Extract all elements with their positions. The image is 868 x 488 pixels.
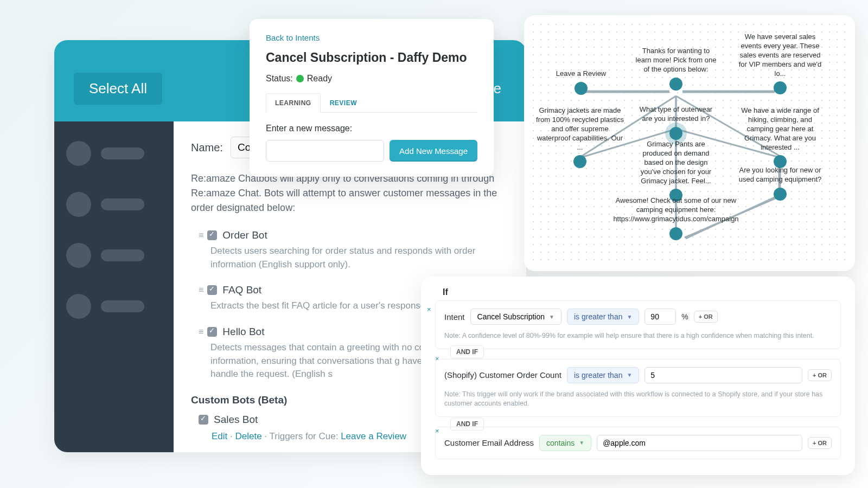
node-dot-icon [774,81,787,94]
checkbox[interactable] [207,327,217,337]
node-dot-icon [573,155,586,168]
node-label: Thanks for wanting to learn more! Pick f… [635,47,717,74]
status-indicator-icon [296,75,304,82]
node-label: We have a wide range of hiking, climbing… [737,106,824,152]
sidebar-item[interactable] [66,192,162,217]
operator-select[interactable]: contains▼ [539,435,591,451]
flow-node-jackets[interactable]: Grimacy jackets are made from 100% recyc… [534,106,626,168]
checkbox[interactable] [207,285,217,295]
separator: · [264,431,269,441]
flow-node-awesome[interactable]: Awesome! Check out some of our new campi… [605,196,746,240]
checkbox[interactable] [207,230,217,240]
and-if-divider: AND IF [450,345,484,358]
operator-select[interactable]: is greater than▼ [567,367,639,383]
drag-handle-icon[interactable]: ≡ [199,230,202,240]
new-message-input[interactable] [266,140,384,162]
intro-text: Re:amaze Chatbots will apply only to con… [191,171,509,215]
condition-block-3: Customer Email Address contains▼ + OR [435,427,841,459]
sidebar [54,121,174,452]
flow-node-camping[interactable]: Are you looking for new or used camping … [737,166,824,201]
value-input[interactable] [644,309,676,325]
value-input[interactable] [644,367,802,383]
caret-down-icon: ▼ [627,314,632,320]
new-message-label: Enter a new message: [266,124,477,133]
delete-link[interactable]: Delete [235,431,261,441]
value-input[interactable] [597,435,802,451]
bot-title: FAQ Bot [222,284,261,296]
flow-node-pants[interactable]: Grimacy Pants are produced on demand bas… [635,140,717,202]
checkbox[interactable] [199,415,208,425]
flow-node-leave-review[interactable]: Leave a Review [546,69,616,95]
bot-item-order: ≡ Order Bot Detects users searching for … [191,229,509,271]
node-label: We have several sales events every year.… [737,33,824,78]
status-label: Status: [266,74,293,84]
node-label: Grimacy Pants are produced on demand bas… [635,140,717,185]
select-all-button[interactable]: Select All [74,73,162,105]
workflow-conditions-panel: If × Intent Cancel Subscription▼ is grea… [421,277,855,475]
sidebar-item[interactable] [66,294,162,319]
add-or-button[interactable]: + OR [694,311,718,323]
status-value: Ready [307,74,332,84]
node-dot-icon [669,227,682,240]
field-label: Intent [444,312,465,322]
tab-bar: LEARNING REVIEW [266,93,477,113]
caret-down-icon: ▼ [549,314,554,320]
node-label: Grimacy jackets are made from 100% recyc… [534,106,626,152]
bot-title: Hello Bot [222,326,264,338]
node-dot-icon [774,188,787,201]
bot-title: Order Bot [222,229,267,241]
condition-note: Note: This trigger will only work if the… [444,390,832,409]
sidebar-item[interactable] [66,243,162,268]
sales-bot-label: Sales Bot [214,414,258,426]
intent-select[interactable]: Cancel Subscription▼ [470,309,561,325]
field-label: (Shopify) Customer Order Count [444,370,561,380]
intent-title: Cancel Subscription - Daffy Demo [266,50,477,65]
remove-condition-icon[interactable]: × [427,305,431,313]
node-label: Leave a Review [546,69,616,79]
tab-review[interactable]: REVIEW [321,93,366,112]
add-message-button[interactable]: Add New Message [390,140,477,162]
condition-block-1: × Intent Cancel Subscription▼ is greater… [435,300,841,349]
condition-block-2: (Shopify) Customer Order Count is greate… [435,359,841,417]
node-label: Awesome! Check out some of our new campi… [605,196,746,224]
caret-down-icon: ▼ [579,440,584,446]
node-label: What type of outerwear are you intereste… [635,105,717,124]
intent-modal: Back to Intents Cancel Subscription - Da… [250,19,494,177]
operator-select[interactable]: is greater than▼ [567,309,639,325]
flow-graph-panel: Leave a Review Thanks for wanting to lea… [524,15,855,271]
add-or-button[interactable]: + OR [808,437,832,449]
name-label: Name: [191,142,223,154]
percent-label: % [681,312,688,321]
triggers-label: Triggers for Cue: [270,431,339,441]
trigger-link[interactable]: Leave a Review [341,431,406,441]
flow-node-hiking[interactable]: We have a wide range of hiking, climbing… [737,106,824,168]
if-label: If [443,287,841,297]
node-dot-icon [669,78,682,91]
sidebar-item[interactable] [66,141,162,166]
edit-link[interactable]: Edit [212,431,227,441]
bot-description: Detects users searching for order status… [210,245,509,271]
add-or-button[interactable]: + OR [808,369,832,381]
drag-handle-icon[interactable]: ≡ [199,285,202,295]
back-to-intents-link[interactable]: Back to Intents [266,33,320,42]
flow-node-outerwear[interactable]: What type of outerwear are you intereste… [635,105,717,140]
caret-down-icon: ▼ [627,372,632,378]
drag-handle-icon[interactable]: ≡ [199,327,202,337]
tab-learning[interactable]: LEARNING [266,93,321,113]
flow-node-sales-events[interactable]: We have several sales events every year.… [737,33,824,94]
field-label: Customer Email Address [444,438,534,447]
node-dot-icon [575,82,588,95]
flow-node-thanks[interactable]: Thanks for wanting to learn more! Pick f… [635,47,717,91]
condition-note: Note: A confidence level of 80%-99% for … [444,331,832,341]
node-dot-icon [669,127,682,140]
flow-canvas[interactable]: Leave a Review Thanks for wanting to lea… [529,21,850,266]
node-label: Are you looking for new or used camping … [737,166,824,184]
